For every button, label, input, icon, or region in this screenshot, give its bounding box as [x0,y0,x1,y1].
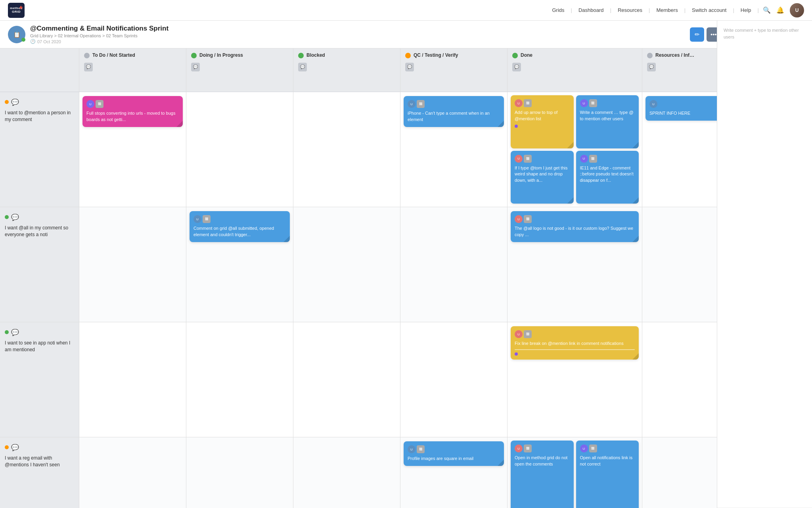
avatar-2: ⬜ [524,330,532,338]
card-avatars: U ⬜ [86,100,179,108]
card-avatars: U ⬜ [515,330,635,338]
row1-icon: 💬 [11,98,19,106]
card-done-r4-2[interactable]: U ⬜ Open all notifications link is not c… [576,441,639,508]
avatar-2: ⬜ [96,100,103,108]
row-label-2: 💬 I want @all in my comment so everyone … [0,207,79,322]
col-todo-status-dot [84,53,90,58]
avatar-1: U [515,444,523,452]
kanban-board: 💬 I want to @mention a person in my comm… [0,48,812,508]
col-todo-title: To Do / Not Started [92,52,135,59]
avatar-1: U [580,444,588,452]
card-avatars: U ⬜ [515,99,570,107]
doing-cell-1 [186,92,293,207]
nav-help[interactable]: Help [737,7,755,13]
card-text: The @all logo is not good - is it our cu… [515,225,635,238]
card-done-r2[interactable]: U ⬜ The @all logo is not good - is it ou… [511,211,639,242]
kanban-wrapper[interactable]: 💬 I want to @mention a person in my comm… [0,48,812,508]
project-avatar-wrap: 📋 [8,26,25,43]
card-done-r1-4[interactable]: U ⬜ IE11 and Edge - comment ::before pse… [576,151,639,204]
avatar-2: ⬜ [589,155,597,163]
col-resources-status-dot [647,53,653,58]
col-doing-title: Doing / In Progress [199,52,243,59]
notification-button[interactable]: 🔔 [776,6,784,14]
online-indicator [21,36,25,43]
search-button[interactable]: 🔍 [763,6,771,14]
card-done-r4-1[interactable]: U ⬜ Open in method grid do not open the … [511,441,574,508]
card-line [515,349,635,350]
col-qc: QC / Testing / Verify 💬 U ⬜ iPhone - Can… [400,48,508,508]
row2-dot [5,215,9,219]
card-avatars: U ⬜ [580,444,635,452]
card-doing-r2[interactable]: U ⬜ Comment on grid @all submitted, open… [190,211,290,242]
edit-button[interactable]: ✏ [690,27,704,42]
col-blocked-title: Blocked [306,52,325,59]
card-avatars: U ⬜ [515,155,570,163]
avatar-1: U [408,445,416,453]
nav-grids[interactable]: Grids [548,7,568,13]
row-label-4: 💬 I want a reg email with @mentions I ha… [0,437,79,508]
card-text: Open in method grid do not open the comm… [515,455,570,468]
row3-icon: 💬 [11,329,19,336]
project-title: @Commenting & Email Notifications Sprint [30,25,169,33]
blocked-cell-4 [293,437,400,508]
avatar-2: ⬜ [524,99,532,107]
avatar-1: U [649,100,657,108]
avatar-1: U [515,99,523,107]
row-labels-column: 💬 I want to @mention a person in my comm… [0,48,79,508]
card-text: Fix line break on @mention link in comme… [515,341,635,347]
qc-cell-2 [400,207,507,322]
project-breadcrumb: Grid Library > 02 Internal Operations > … [30,33,169,38]
avatar-2: ⬜ [589,99,597,107]
doing-cell-3 [186,322,293,437]
blocked-cell-1 [293,92,400,207]
card-avatars: U ⬜ [515,215,635,223]
card-todo-r1[interactable]: U ⬜ Full stops converting into urls - mo… [82,96,183,127]
avatar-2: ⬜ [524,215,532,223]
doing-cell-4 [186,437,293,508]
nav-members[interactable]: Members [652,7,682,13]
col-done-header: Done 💬 [508,48,642,92]
col-doing-header: Doing / In Progress 💬 [186,48,293,92]
card-done-r1-3[interactable]: U ⬜ If I type @tom I just get this weird… [511,151,574,204]
card-done-r1-1[interactable]: U ⬜ Add up arrow to top of @mention list [511,95,574,148]
card-dot [515,352,518,356]
card-qc-r4[interactable]: U ⬜ Profile images are square in email [404,441,504,466]
nav-switch-account[interactable]: Switch account [688,7,730,13]
row2-label: I want @all in my comment so everyone ge… [5,225,74,238]
done-cell-2: U ⬜ The @all logo is not good - is it ou… [508,207,642,322]
card-qc-r1[interactable]: U ⬜ iPhone - Can't type a comment when i… [404,96,504,127]
card-dot [515,125,518,128]
card-done-r1-2[interactable]: U ⬜ Write a comment … type @ to mention … [576,95,639,148]
logo[interactable]: methodGRID [8,3,25,18]
logo-box: methodGRID [8,3,25,18]
done-cell-1: U ⬜ Add up arrow to top of @mention list… [508,92,642,207]
blocked-cell-3 [293,322,400,437]
svg-marker-0 [19,6,23,10]
nav-actions: 🔍 🔔 U [763,3,804,17]
comment-input-area[interactable]: Write comment + type to mention other us… [717,21,812,508]
col-todo: To Do / Not Started 💬 U ⬜ Full stops con… [79,48,186,508]
avatar-2: ⬜ [589,444,597,452]
nav-resources[interactable]: Resources [614,7,646,13]
avatar-2: ⬜ [417,445,425,453]
col-blocked: Blocked 💬 [293,48,400,508]
card-text: IE11 and Edge - comment ::before pseudo … [580,165,635,184]
card-text: Profile images are square in email [408,456,500,462]
avatar-1: U [193,215,201,223]
row3-label: I want to see in app noti when I am ment… [5,340,74,353]
todo-cell-2 [79,207,186,322]
col-blocked-icon: 💬 [298,63,307,71]
col-qc-header: QC / Testing / Verify 💬 [400,48,507,92]
user-avatar[interactable]: U [790,3,804,17]
card-text: If I type @tom I just get this weird sha… [515,165,570,184]
nav-dashboard[interactable]: Dashboard [575,7,608,13]
card-done-r3[interactable]: U ⬜ Fix line break on @mention link in c… [511,326,639,360]
project-header: 📋 @Commenting & Email Notifications Spri… [0,21,812,48]
col-blocked-header: Blocked 💬 [293,48,400,92]
col-resources-title: Resources / Inf… [655,52,694,59]
done-cell-4: U ⬜ Open in method grid do not open the … [508,437,642,508]
project-info: @Commenting & Email Notifications Sprint… [30,25,169,44]
calendar-icon: 🕐 [30,39,36,44]
avatar-2: ⬜ [524,444,532,452]
avatar-1: U [580,99,588,107]
